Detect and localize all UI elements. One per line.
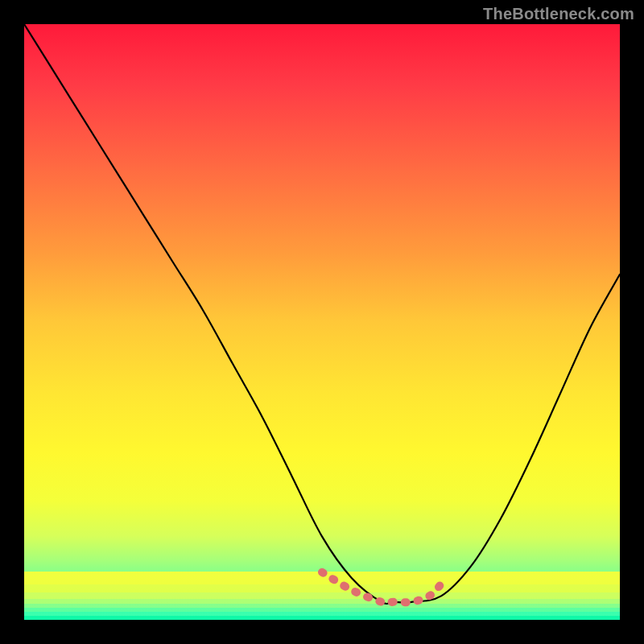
optimal-band-path [322,572,441,603]
watermark-text: TheBottleneck.com [483,5,634,23]
chart-svg [24,24,620,620]
bottleneck-curve-line [24,24,620,604]
chart-frame [24,24,620,620]
curve-path [24,24,620,604]
optimal-band-overlay [322,572,441,603]
stage: TheBottleneck.com [0,0,644,644]
